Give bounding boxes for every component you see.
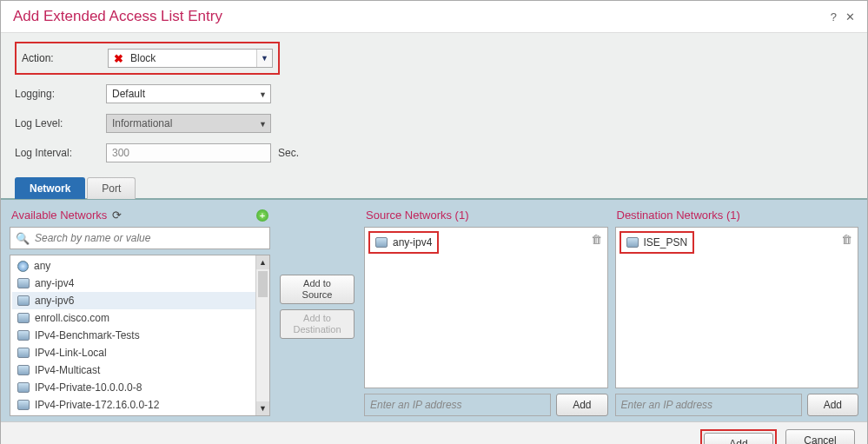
transfer-buttons: Add to Source Add to Destination	[277, 205, 357, 416]
network-icon	[17, 278, 30, 288]
source-header: Source Networks (1)	[366, 209, 468, 222]
chevron-down-icon: ▼	[256, 50, 272, 67]
chevron-down-icon: ▼	[259, 120, 267, 129]
list-item[interactable]: IPv4-Multicast	[12, 361, 268, 379]
list-item[interactable]: any-ipv4	[12, 275, 268, 292]
close-icon[interactable]: ✕	[845, 10, 855, 23]
tab-network[interactable]: Network	[15, 177, 85, 199]
add-button[interactable]: Add	[704, 433, 773, 444]
logging-value: Default	[112, 88, 145, 100]
destination-ip-input[interactable]: Enter an IP address	[615, 394, 802, 416]
cancel-button[interactable]: Cancel	[785, 429, 855, 444]
loginterval-label: Log Interval:	[15, 147, 106, 159]
loginterval-input: 300	[106, 143, 271, 162]
logging-select[interactable]: Default ▼	[106, 84, 271, 103]
delete-icon[interactable]: 🗑	[591, 233, 602, 246]
destination-item[interactable]: ISE_PSN	[620, 231, 695, 254]
search-input[interactable]	[35, 232, 264, 244]
title-bar: Add Extended Access List Entry ? ✕	[1, 1, 867, 33]
list-item[interactable]: IPv4-Private-10.0.0.0-8	[12, 379, 268, 396]
list-item[interactable]: any	[12, 257, 268, 275]
list-item[interactable]: enroll.cisco.com	[12, 309, 268, 327]
dialog: Add Extended Access List Entry ? ✕ Actio…	[0, 0, 868, 444]
delete-icon[interactable]: 🗑	[841, 233, 852, 246]
action-label: Action:	[22, 52, 108, 64]
tab-bar: Network Port	[1, 177, 867, 199]
list-item[interactable]: IPv4-Benchmark-Tests	[12, 327, 268, 344]
destination-panel: Destination Networks (1) ISE_PSN 🗑 Enter…	[615, 205, 859, 416]
tab-port[interactable]: Port	[87, 177, 136, 199]
network-icon	[17, 365, 30, 375]
destination-list: ISE_PSN 🗑	[615, 227, 859, 388]
scroll-down-icon[interactable]: ▼	[256, 401, 269, 415]
source-ip-input[interactable]: Enter an IP address	[364, 394, 551, 416]
available-header: Available Networks	[11, 209, 107, 222]
network-icon	[626, 237, 639, 248]
action-value: Block	[130, 52, 156, 64]
search-box[interactable]: 🔍	[10, 227, 270, 249]
form-area: Action: ✖ Block ▼ Logging: Default ▼ Log…	[1, 33, 867, 177]
help-icon[interactable]: ?	[831, 10, 837, 23]
source-list: any-ipv4 🗑	[364, 227, 608, 388]
network-icon	[17, 348, 30, 358]
globe-icon	[17, 261, 29, 272]
network-icon	[17, 313, 30, 323]
footer: Add Cancel	[1, 421, 867, 444]
source-panel: Source Networks (1) any-ipv4 🗑 Enter an …	[364, 205, 608, 416]
available-panel: Available Networks ⟳ + 🔍 any any-ipv4 an…	[10, 205, 270, 416]
network-icon	[17, 295, 30, 306]
chevron-down-icon: ▼	[259, 90, 267, 99]
network-icon	[17, 330, 30, 341]
content-area: Available Networks ⟳ + 🔍 any any-ipv4 an…	[1, 199, 867, 421]
loginterval-unit: Sec.	[278, 147, 299, 159]
network-icon	[375, 237, 388, 248]
action-combo[interactable]: ✖ Block ▼	[108, 49, 273, 68]
list-item[interactable]: IPv4-Private-172.16.0.0-12	[12, 396, 268, 414]
scroll-up-icon[interactable]: ▲	[256, 255, 269, 269]
search-icon: 🔍	[16, 232, 30, 245]
scroll-thumb[interactable]	[258, 271, 268, 297]
add-to-destination-button: Add to Destination	[280, 309, 354, 339]
list-item[interactable]: any-ipv6	[12, 292, 268, 309]
dialog-title: Add Extended Access List Entry	[13, 8, 222, 25]
list-item[interactable]: IPv4-Link-Local	[12, 344, 268, 361]
source-add-ip-button[interactable]: Add	[556, 394, 607, 416]
add-network-icon[interactable]: +	[256, 209, 268, 222]
destination-add-ip-button[interactable]: Add	[807, 394, 858, 416]
add-to-source-button[interactable]: Add to Source	[280, 275, 354, 304]
loglevel-value: Informational	[112, 117, 172, 129]
logging-label: Logging:	[15, 88, 106, 100]
loglevel-label: Log Level:	[15, 117, 106, 129]
refresh-icon[interactable]: ⟳	[112, 209, 122, 222]
network-icon	[17, 400, 30, 410]
loglevel-select: Informational ▼	[106, 114, 271, 133]
scrollbar[interactable]: ▲ ▼	[255, 255, 269, 415]
loginterval-value: 300	[112, 147, 129, 159]
destination-header: Destination Networks (1)	[617, 209, 740, 222]
available-listbox[interactable]: any any-ipv4 any-ipv6 enroll.cisco.com I…	[10, 255, 270, 416]
network-icon	[17, 382, 30, 393]
source-item[interactable]: any-ipv4	[368, 231, 439, 254]
block-x-icon: ✖	[114, 52, 123, 65]
